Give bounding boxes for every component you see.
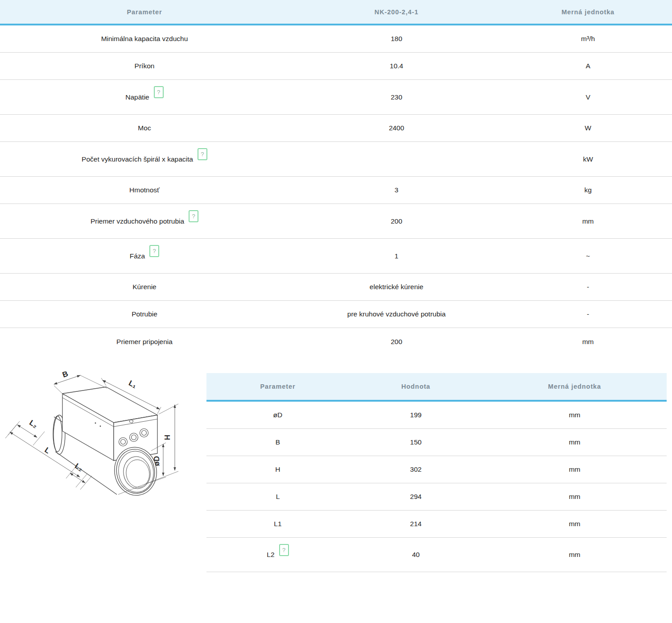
parameter-unit: mm	[482, 520, 667, 528]
parameter-label: Počet vykurovacích špirál x kapacita	[82, 155, 193, 163]
table-row: Priemer pripojenia 200 mm	[0, 328, 672, 356]
spec-table: Parameter NK-200-2,4-1 Merná jednotka Mi…	[0, 0, 672, 356]
help-icon[interactable]: ?	[154, 86, 164, 98]
table-row: Príkon 10.4 A	[0, 53, 672, 80]
parameter-value: 199	[349, 411, 482, 419]
parameter-unit: V	[504, 93, 672, 101]
parameter-value: 214	[349, 520, 482, 528]
dim-label-h: H	[163, 435, 172, 440]
parameter-value: pre kruhové vzduchové potrubia	[289, 310, 504, 318]
table-row: L2 ? 40 mm	[206, 538, 667, 572]
parameter-label: Hmotnosť	[129, 186, 160, 194]
parameter-unit: W	[504, 124, 672, 132]
help-icon[interactable]: ?	[279, 544, 289, 556]
page: Parameter NK-200-2,4-1 Merná jednotka Mi…	[0, 0, 672, 623]
dim-label-l2-bottom: L₂	[73, 462, 84, 473]
parameter-label: Príkon	[135, 62, 155, 70]
parameter-label: Priemer pripojenia	[116, 338, 173, 346]
parameter-label: L2	[267, 551, 274, 559]
dim-label-l: L	[43, 446, 51, 456]
column-header-value: Hodnota	[349, 383, 482, 390]
parameter-value: 2400	[289, 124, 504, 132]
parameter-unit: A	[504, 62, 672, 70]
dim-label-l2-top: L₂	[28, 419, 39, 430]
parameter-unit: kg	[504, 186, 672, 194]
dim-label-l1: L₁	[127, 379, 138, 390]
duct-heater-outline	[53, 387, 160, 498]
parameter-label: Moc	[138, 124, 151, 132]
help-icon[interactable]: ?	[189, 210, 198, 222]
parameter-value: 10.4	[289, 62, 504, 70]
table-row: L 294 mm	[206, 483, 667, 511]
dimensions-table-body: øD 199 mm B 150 mm H 302 mm L 294 mm L1	[206, 402, 667, 572]
parameter-value: elektrické kúrenie	[289, 283, 504, 291]
parameter-label: Minimálna kapacita vzduchu	[101, 35, 188, 43]
parameter-label: H	[275, 465, 280, 473]
parameter-unit: mm	[482, 411, 667, 419]
column-header-parameter: Parameter	[0, 8, 289, 16]
table-row: Potrubie pre kruhové vzduchové potrubia …	[0, 301, 672, 328]
parameter-value: 230	[289, 93, 504, 101]
parameter-label: Potrubie	[132, 310, 157, 318]
table-row: L1 214 mm	[206, 511, 667, 538]
parameter-unit: mm	[504, 217, 672, 225]
parameter-unit: -	[504, 283, 672, 291]
parameter-value: 180	[289, 35, 504, 43]
parameter-label: øD	[273, 411, 283, 419]
help-icon[interactable]: ?	[149, 245, 159, 257]
parameter-label: Kúrenie	[132, 283, 156, 291]
table-row: Fáza ? 1 ~	[0, 239, 672, 274]
column-header-parameter: Parameter	[206, 383, 349, 390]
spec-table-header: Parameter NK-200-2,4-1 Merná jednotka	[0, 0, 672, 25]
table-row: Moc 2400 W	[0, 115, 672, 142]
table-row: øD 199 mm	[206, 402, 667, 429]
parameter-unit: m³/h	[504, 35, 672, 43]
spec-table-body: Minimálna kapacita vzduchu 180 m³/h Prík…	[0, 25, 672, 356]
parameter-label: Napätie	[125, 93, 149, 101]
parameter-value: 200	[289, 217, 504, 225]
table-row: Kúrenie elektrické kúrenie -	[0, 274, 672, 301]
parameter-value: 3	[289, 186, 504, 194]
parameter-unit: mm	[482, 551, 667, 559]
parameter-value: 294	[349, 493, 482, 501]
parameter-value: 302	[349, 465, 482, 473]
parameter-label: L	[276, 493, 280, 501]
parameter-label: L1	[274, 520, 281, 528]
table-row: Napätie ? 230 V	[0, 80, 672, 115]
parameter-value: 40	[349, 551, 482, 559]
column-header-model: NK-200-2,4-1	[289, 8, 504, 16]
dimensions-table-header: Parameter Hodnota Merná jednotka	[206, 373, 667, 402]
parameter-unit: mm	[504, 338, 672, 346]
dimension-drawing: B L₁ L₂ L L₂ H øD	[4, 366, 204, 505]
dim-label-b: B	[61, 370, 69, 379]
dimensions-table: Parameter Hodnota Merná jednotka øD 199 …	[206, 373, 667, 572]
parameter-label: Fáza	[130, 252, 145, 260]
parameter-unit: -	[504, 310, 672, 318]
table-row: Priemer vzduchového potrubia ? 200 mm	[0, 204, 672, 239]
parameter-unit: mm	[482, 465, 667, 473]
table-row: Hmotnosť 3 kg	[0, 177, 672, 204]
parameter-label: B	[276, 438, 280, 446]
column-header-unit: Merná jednotka	[482, 383, 667, 390]
help-icon[interactable]: ?	[198, 148, 207, 160]
parameter-value: 200	[289, 338, 504, 346]
table-row: Minimálna kapacita vzduchu 180 m³/h	[0, 25, 672, 53]
parameter-unit: mm	[482, 493, 667, 501]
parameter-value: 1	[289, 252, 504, 260]
table-row: H 302 mm	[206, 456, 667, 483]
dim-label-od: øD	[153, 456, 161, 466]
column-header-unit: Merná jednotka	[504, 8, 672, 16]
parameter-unit: ~	[504, 252, 672, 260]
parameter-unit: kW	[504, 155, 672, 163]
parameter-label: Priemer vzduchového potrubia	[91, 217, 184, 225]
table-row: Počet vykurovacích špirál x kapacita ? k…	[0, 142, 672, 177]
parameter-value: 150	[349, 438, 482, 446]
table-row: B 150 mm	[206, 429, 667, 456]
parameter-unit: mm	[482, 438, 667, 446]
